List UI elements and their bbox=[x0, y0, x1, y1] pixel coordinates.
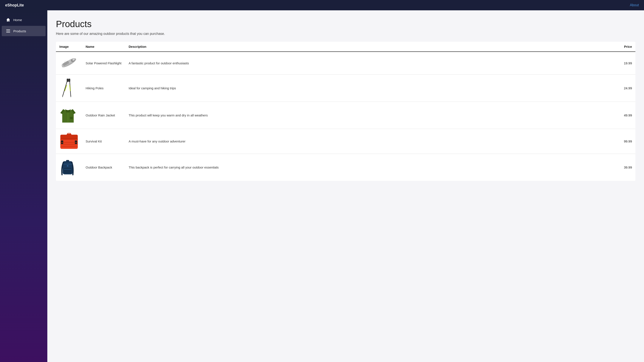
sidebar-item-home-label: Home bbox=[13, 18, 22, 22]
svg-point-33 bbox=[67, 165, 68, 167]
page-subtitle: Here are some of our amazing outdoor pro… bbox=[56, 32, 636, 36]
product-image-cell bbox=[56, 154, 82, 181]
products-table: Image Name Description Price bbox=[56, 42, 636, 181]
app-logo: eShopLite bbox=[5, 3, 24, 8]
product-image-cell bbox=[56, 75, 82, 102]
product-name: Hiking Poles bbox=[82, 75, 125, 102]
product-name: Solar Powered Flashlight bbox=[82, 52, 125, 75]
sidebar-item-home[interactable]: Home bbox=[2, 15, 46, 25]
page-title: Products bbox=[56, 19, 636, 29]
col-header-price: Price bbox=[567, 42, 636, 52]
product-price: 24.99 bbox=[567, 75, 636, 102]
hamburger-icon bbox=[6, 29, 10, 33]
svg-rect-17 bbox=[70, 117, 73, 119]
product-image-cell bbox=[56, 52, 82, 75]
svg-rect-9 bbox=[67, 79, 68, 82]
product-image-cell bbox=[56, 129, 82, 154]
svg-rect-20 bbox=[60, 139, 78, 140]
product-name: Outdoor Rain Jacket bbox=[82, 102, 125, 129]
product-price: 99.99 bbox=[567, 129, 636, 154]
table-row: Survival KitA must-have for any outdoor … bbox=[56, 129, 636, 154]
svg-rect-21 bbox=[61, 141, 63, 144]
sidebar-item-products[interactable]: Products bbox=[2, 26, 46, 36]
table-header-row: Image Name Description Price bbox=[56, 42, 636, 52]
main-layout: Home Products Products Here are some of … bbox=[0, 10, 644, 362]
product-price: 49.99 bbox=[567, 102, 636, 129]
col-header-image: Image bbox=[56, 42, 82, 52]
sidebar: Home Products bbox=[0, 10, 47, 362]
svg-rect-29 bbox=[66, 160, 69, 162]
svg-rect-19 bbox=[60, 135, 78, 139]
svg-marker-10 bbox=[62, 96, 63, 98]
top-bar: eShopLite About bbox=[0, 0, 644, 10]
svg-rect-22 bbox=[75, 141, 77, 144]
product-description: A must-have for any outdoor adventurer bbox=[125, 129, 567, 154]
product-name: Outdoor Backpack bbox=[82, 154, 125, 181]
table-row: Hiking PolesIdeal for camping and hiking… bbox=[56, 75, 636, 102]
svg-rect-30 bbox=[64, 168, 72, 173]
product-description: This backpack is perfect for carrying al… bbox=[125, 154, 567, 181]
col-header-description: Description bbox=[125, 42, 567, 52]
table-row: Solar Powered FlashlightA fantastic prod… bbox=[56, 52, 636, 75]
product-name: Survival Kit bbox=[82, 129, 125, 154]
product-description: This product will keep you warm and dry … bbox=[125, 102, 567, 129]
home-icon bbox=[6, 18, 10, 22]
product-description: Ideal for camping and hiking trips bbox=[125, 75, 567, 102]
product-description: A fantastic product for outdoor enthusia… bbox=[125, 52, 567, 75]
svg-rect-13 bbox=[68, 79, 70, 82]
product-image-cell bbox=[56, 102, 82, 129]
product-price: 19.99 bbox=[567, 52, 636, 75]
product-price: 39.99 bbox=[567, 154, 636, 181]
table-row: Outdoor Rain JacketThis product will kee… bbox=[56, 102, 636, 129]
about-link[interactable]: About bbox=[630, 3, 639, 7]
main-content: Products Here are some of our amazing ou… bbox=[47, 10, 644, 362]
sidebar-item-products-label: Products bbox=[13, 29, 26, 33]
col-header-name: Name bbox=[82, 42, 125, 52]
table-row: Outdoor BackpackThis backpack is perfect… bbox=[56, 154, 636, 181]
